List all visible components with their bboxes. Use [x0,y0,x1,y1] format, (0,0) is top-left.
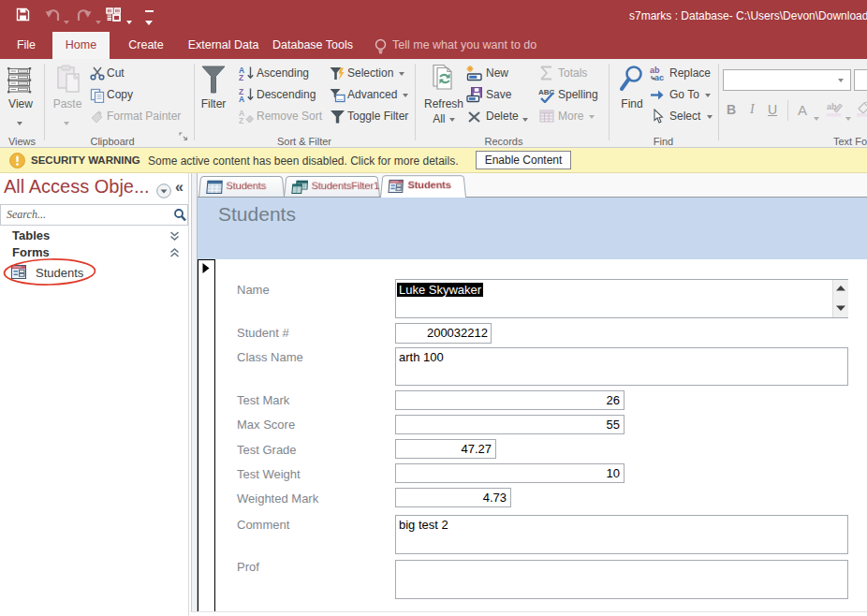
svg-text:A: A [239,95,244,103]
svg-text:Z: Z [239,116,243,125]
svg-text:ac: ac [654,73,664,81]
svg-text:Z: Z [239,73,243,81]
